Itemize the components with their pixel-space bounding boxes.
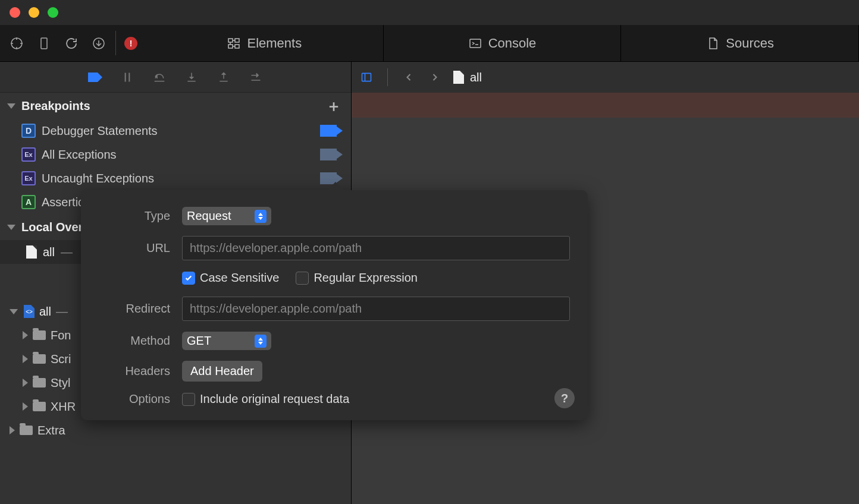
window-controls bbox=[0, 0, 859, 25]
bp-all-exceptions[interactable]: Ex All Exceptions bbox=[0, 143, 351, 166]
method-select[interactable]: GET bbox=[182, 332, 271, 350]
case-sensitive-checkbox[interactable]: Case Sensitive bbox=[182, 271, 279, 285]
main-tabs: Elements Console Sources bbox=[146, 25, 859, 61]
toolbar-errors: ! bbox=[116, 25, 146, 61]
include-original-checkbox[interactable]: Include original request data bbox=[182, 392, 349, 406]
folder-label: Scri bbox=[51, 352, 71, 366]
disclosure-right-icon bbox=[23, 331, 28, 339]
type-value: Request bbox=[187, 209, 231, 223]
sidebar-toggle-icon[interactable] bbox=[359, 70, 374, 85]
regex-label: Regular Expression bbox=[313, 271, 418, 285]
step-icon[interactable] bbox=[247, 69, 264, 86]
add-header-button[interactable]: Add Header bbox=[182, 361, 262, 382]
disclosure-right-icon bbox=[23, 402, 28, 411]
open-file[interactable]: all bbox=[453, 71, 482, 84]
svg-rect-8 bbox=[235, 39, 239, 42]
options-label: Options bbox=[99, 392, 170, 406]
bp-label: Uncaught Exceptions bbox=[42, 172, 154, 185]
step-into-icon[interactable] bbox=[183, 69, 200, 86]
reload-icon[interactable] bbox=[63, 35, 80, 52]
type-select[interactable]: Request bbox=[182, 207, 271, 225]
bp-enabled-arrow-icon[interactable] bbox=[320, 125, 344, 137]
tab-sources-label: Sources bbox=[726, 36, 774, 51]
case-sensitive-label: Case Sensitive bbox=[200, 271, 279, 285]
exceptions-badge-icon: Ex bbox=[21, 171, 36, 185]
file-icon bbox=[26, 245, 37, 259]
override-name: all bbox=[43, 245, 55, 259]
folder-icon bbox=[33, 330, 46, 340]
bp-arrow-icon[interactable] bbox=[320, 149, 344, 160]
disclosure-down-icon bbox=[7, 103, 15, 109]
open-file-name: all bbox=[470, 71, 482, 84]
step-over-icon[interactable] bbox=[151, 69, 168, 86]
type-label: Type bbox=[99, 209, 170, 223]
folder-icon bbox=[33, 402, 46, 411]
svg-rect-14 bbox=[470, 39, 481, 48]
bp-label: All Exceptions bbox=[42, 148, 117, 162]
bp-label: Debugger Statements bbox=[42, 124, 158, 138]
pause-icon[interactable] bbox=[119, 69, 136, 86]
folder-icon bbox=[20, 426, 33, 435]
device-icon[interactable] bbox=[36, 35, 52, 52]
tree-folder-extra[interactable]: Extra bbox=[2, 418, 349, 442]
disclosure-down-icon bbox=[10, 309, 18, 314]
select-stepper-icon bbox=[255, 335, 267, 348]
tab-console-label: Console bbox=[488, 36, 537, 51]
svg-rect-9 bbox=[228, 45, 233, 48]
step-out-icon[interactable] bbox=[215, 69, 232, 86]
breakpoints-header[interactable]: Breakpoints ＋ bbox=[0, 93, 351, 119]
disclosure-right-icon bbox=[23, 355, 28, 363]
svg-rect-10 bbox=[235, 45, 239, 48]
tree-root-suffix: — bbox=[56, 305, 68, 319]
breakpoints-title: Breakpoints bbox=[21, 99, 90, 113]
assertion-badge-icon: A bbox=[21, 195, 36, 209]
debugger-toolbar bbox=[0, 62, 351, 93]
download-icon[interactable] bbox=[90, 35, 107, 52]
folder-label: Styl bbox=[51, 376, 70, 390]
file-nav-bar: all bbox=[352, 62, 859, 93]
breakpoint-toggle-icon[interactable] bbox=[87, 69, 104, 86]
file-icon bbox=[453, 71, 464, 84]
window-minimize-button[interactable] bbox=[29, 7, 39, 18]
inspect-element-icon[interactable] bbox=[8, 35, 25, 52]
help-icon: ? bbox=[561, 392, 568, 405]
disclosure-right-icon bbox=[23, 379, 28, 387]
svg-rect-24 bbox=[362, 73, 371, 81]
add-header-label: Add Header bbox=[190, 364, 254, 377]
exceptions-badge-icon: Ex bbox=[21, 147, 36, 162]
url-label: URL bbox=[99, 241, 170, 255]
override-suffix: — bbox=[61, 245, 73, 259]
folder-label: Extra bbox=[37, 424, 65, 437]
checkbox-empty-icon bbox=[182, 393, 195, 406]
add-breakpoint-button[interactable]: ＋ bbox=[324, 98, 344, 114]
folder-label: XHR bbox=[51, 400, 76, 414]
folder-label: Fon bbox=[51, 329, 71, 342]
bp-debugger-statements[interactable]: D Debugger Statements bbox=[0, 119, 351, 143]
window-zoom-button[interactable] bbox=[48, 7, 58, 18]
nav-back-icon[interactable] bbox=[401, 70, 416, 85]
headers-label: Headers bbox=[99, 364, 170, 378]
redirect-label: Redirect bbox=[99, 302, 170, 316]
help-button[interactable]: ? bbox=[554, 388, 575, 408]
url-input[interactable] bbox=[182, 236, 570, 260]
nav-forward-icon[interactable] bbox=[427, 70, 443, 85]
tab-console[interactable]: Console bbox=[384, 25, 622, 61]
svg-rect-7 bbox=[228, 39, 233, 42]
method-label: Method bbox=[99, 334, 170, 348]
checkbox-empty-icon bbox=[296, 272, 309, 285]
folder-icon bbox=[33, 378, 46, 388]
checkbox-checked-icon bbox=[182, 272, 195, 285]
redirect-input[interactable] bbox=[182, 297, 570, 321]
bp-uncaught-exceptions[interactable]: Ex Uncaught Exceptions bbox=[0, 166, 351, 190]
error-indicator-bar bbox=[352, 93, 859, 118]
tab-sources[interactable]: Sources bbox=[621, 25, 859, 61]
tree-root-label: all bbox=[39, 305, 51, 319]
override-editor-popover: Type Request URL Case Sensitive Regular … bbox=[81, 190, 588, 420]
error-badge-icon[interactable]: ! bbox=[124, 37, 137, 50]
debugger-badge-icon: D bbox=[21, 124, 36, 138]
svg-rect-5 bbox=[41, 38, 47, 49]
tab-elements[interactable]: Elements bbox=[146, 25, 384, 61]
window-close-button[interactable] bbox=[10, 7, 20, 18]
disclosure-down-icon bbox=[7, 225, 15, 230]
regex-checkbox[interactable]: Regular Expression bbox=[296, 271, 418, 285]
